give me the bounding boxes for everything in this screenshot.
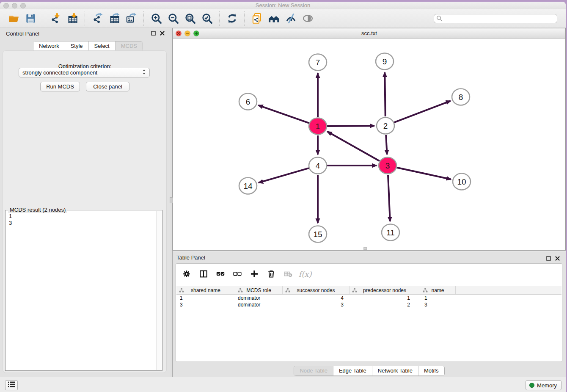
cell[interactable]: dominator: [235, 301, 283, 308]
edge-2-3[interactable]: [386, 135, 387, 155]
export-table-glyph: [109, 13, 120, 24]
refresh-layout-icon[interactable]: [225, 12, 239, 25]
show-column-panel-icon[interactable]: [198, 268, 209, 279]
graphics-details-icon[interactable]: [284, 12, 298, 25]
tab-style[interactable]: Style: [65, 41, 88, 51]
node-4[interactable]: 4: [309, 157, 327, 174]
close-panel-button[interactable]: Close panel: [86, 82, 129, 91]
birds-eye-view-icon[interactable]: [300, 12, 315, 25]
tab-mcds[interactable]: MCDS: [115, 41, 143, 51]
status-bar: Memory: [0, 377, 566, 392]
toolbar-separator: [219, 11, 220, 26]
add-column-glyph: [250, 269, 259, 279]
node-label: 14: [243, 182, 253, 190]
cell[interactable]: 4: [283, 295, 350, 301]
cell[interactable]: 1: [420, 295, 456, 301]
node-14[interactable]: 14: [239, 178, 257, 194]
cell[interactable]: 3: [283, 301, 350, 308]
column-sort-icon: [179, 288, 184, 294]
cell[interactable]: 2: [350, 301, 420, 308]
edge-3-10[interactable]: [397, 168, 451, 179]
float-panel-icon[interactable]: [151, 31, 156, 36]
zoom-fit-content-icon[interactable]: [183, 12, 197, 25]
import-network-from-file-icon[interactable]: [48, 12, 63, 25]
column-header-name[interactable]: name: [420, 286, 456, 294]
task-history-button[interactable]: [5, 380, 18, 390]
zoom-in-icon[interactable]: [149, 12, 163, 25]
network-window-titlebar: scc.txt: [173, 28, 565, 39]
save-session-icon[interactable]: [23, 12, 38, 25]
node-3[interactable]: 3: [379, 157, 396, 174]
node-8[interactable]: 8: [452, 89, 470, 105]
table-row[interactable]: 1dominator411: [176, 295, 561, 301]
node-9[interactable]: 9: [376, 53, 394, 70]
result-scrollbar[interactable]: [156, 211, 162, 370]
table-row[interactable]: 3dominator323: [176, 301, 561, 308]
column-header-predecessor-nodes[interactable]: predecessor nodes: [350, 286, 420, 294]
window-title: Session: New Session: [0, 2, 566, 8]
tab-network[interactable]: Network: [33, 41, 65, 51]
node-2[interactable]: 2: [377, 118, 394, 134]
import-table-from-file-icon[interactable]: [65, 12, 80, 25]
export-image-glyph: [126, 13, 137, 24]
node-label: 2: [383, 121, 388, 130]
node-15[interactable]: 15: [309, 226, 327, 243]
table-panel-titlebar: Table Panel: [173, 252, 566, 263]
new-network-from-selection-icon[interactable]: [250, 12, 264, 25]
table-toolbar: f(x): [181, 267, 311, 281]
column-sort-icon: [238, 288, 243, 294]
column-header-successor-nodes[interactable]: successor nodes: [283, 286, 350, 294]
export-network-icon[interactable]: [90, 12, 105, 25]
edge-1-6[interactable]: [259, 105, 309, 123]
node-10[interactable]: 10: [453, 174, 471, 190]
node-7[interactable]: 7: [309, 54, 327, 71]
edge-4-14[interactable]: [259, 168, 309, 183]
node-6[interactable]: 6: [239, 94, 257, 110]
table-mode-icon[interactable]: [181, 268, 192, 279]
cell[interactable]: dominator: [235, 295, 283, 301]
network-canvas[interactable]: 7968124314101511: [173, 39, 565, 250]
vertical-splitter[interactable]: [170, 28, 173, 377]
column-label: predecessor nodes: [363, 287, 406, 293]
edge-1-2[interactable]: [327, 126, 374, 126]
canvas-resize-handle[interactable]: [363, 247, 367, 250]
table-tab-motifs[interactable]: Motifs: [418, 366, 444, 375]
cell[interactable]: 3: [420, 301, 456, 308]
cell[interactable]: 1: [176, 295, 235, 301]
close-panel-icon[interactable]: [160, 31, 165, 36]
table-tabs: Node TableEdge TableNetwork TableMotifs: [294, 366, 444, 376]
cell[interactable]: 1: [350, 295, 420, 301]
column-header-MCDS-role[interactable]: MCDS role: [235, 286, 283, 294]
edge-3-11[interactable]: [388, 175, 390, 221]
edge-3-1[interactable]: [328, 132, 380, 161]
export-image-icon[interactable]: [124, 12, 138, 25]
column-header-shared-name[interactable]: shared name: [176, 286, 235, 294]
float-table-panel-icon[interactable]: [546, 255, 551, 262]
add-column-icon[interactable]: [249, 268, 260, 279]
zoom-selected-icon[interactable]: [200, 12, 214, 25]
table-tab-network-table[interactable]: Network Table: [372, 366, 418, 375]
save-session-glyph: [25, 13, 36, 24]
column-sort-icon: [285, 288, 290, 294]
edge-2-8[interactable]: [394, 101, 451, 122]
criterion-dropdown[interactable]: strongly connected component: [19, 68, 150, 77]
close-table-panel-icon[interactable]: [555, 255, 560, 262]
search-input[interactable]: [434, 14, 557, 23]
delete-columns-icon[interactable]: [266, 268, 277, 279]
tab-select[interactable]: Select: [88, 41, 115, 51]
deselect-all-columns-icon[interactable]: [232, 268, 243, 279]
export-table-icon[interactable]: [107, 12, 121, 25]
table-tab-edge-table[interactable]: Edge Table: [333, 366, 372, 375]
open-session-icon[interactable]: [6, 12, 21, 25]
memory-button[interactable]: Memory: [526, 380, 561, 390]
mcds-result-box: MCDS result (2 nodes) 13: [5, 210, 162, 371]
first-neighbors-icon[interactable]: [267, 12, 281, 25]
table-tab-node-table[interactable]: Node Table: [294, 366, 333, 375]
node-11[interactable]: 11: [382, 224, 399, 241]
select-all-columns-icon[interactable]: [215, 268, 226, 279]
zoom-out-icon[interactable]: [166, 12, 180, 25]
run-mcds-button[interactable]: Run MCDS: [40, 82, 80, 91]
edge-2-9[interactable]: [385, 72, 385, 116]
cell[interactable]: 3: [176, 301, 235, 308]
node-1[interactable]: 1: [309, 118, 327, 135]
